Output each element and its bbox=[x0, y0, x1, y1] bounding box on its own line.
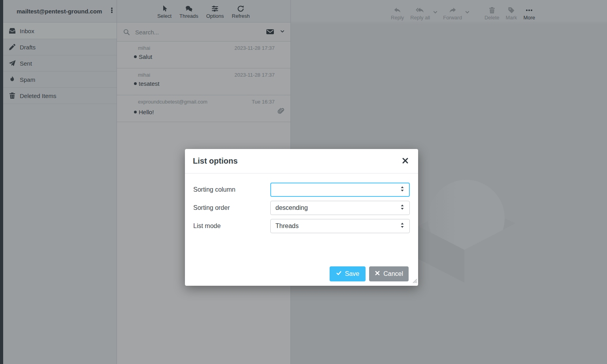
sorting-order-select[interactable]: descending bbox=[270, 201, 410, 215]
form-row: Sorting order descending bbox=[193, 201, 410, 215]
list-mode-select[interactable]: Threads bbox=[270, 219, 410, 233]
cancel-label: Cancel bbox=[383, 270, 403, 277]
resize-grip-icon bbox=[412, 278, 417, 285]
form-row: List mode Threads bbox=[193, 219, 410, 233]
close-button[interactable] bbox=[400, 156, 410, 167]
dialog-body: Sorting column Sorting order descending bbox=[185, 174, 418, 233]
dialog-title: List options bbox=[193, 157, 400, 166]
sorting-order-label: Sorting order bbox=[193, 204, 270, 211]
list-mode-label: List mode bbox=[193, 223, 270, 230]
save-button[interactable]: Save bbox=[330, 266, 366, 281]
form-row: Sorting column bbox=[193, 183, 410, 197]
webmail-app: mailtest@pentest-ground.com Select Threa… bbox=[0, 0, 607, 364]
select-value: Threads bbox=[275, 223, 400, 230]
dialog-header: List options bbox=[185, 149, 418, 174]
list-options-dialog: List options Sorting column Sorting orde… bbox=[185, 149, 418, 286]
x-icon bbox=[375, 270, 380, 277]
sorting-column-label: Sorting column bbox=[193, 186, 270, 193]
check-icon bbox=[336, 270, 342, 277]
dialog-footer: Save Cancel bbox=[330, 266, 409, 281]
dialog-resize-handle[interactable] bbox=[412, 278, 417, 285]
close-icon bbox=[402, 157, 409, 165]
select-spinner-icon bbox=[400, 204, 405, 212]
sorting-column-select[interactable] bbox=[270, 183, 410, 197]
save-label: Save bbox=[345, 270, 359, 277]
select-spinner-icon bbox=[400, 222, 405, 230]
select-value: descending bbox=[275, 204, 400, 211]
cancel-button[interactable]: Cancel bbox=[369, 266, 409, 281]
select-spinner-icon bbox=[400, 186, 405, 194]
